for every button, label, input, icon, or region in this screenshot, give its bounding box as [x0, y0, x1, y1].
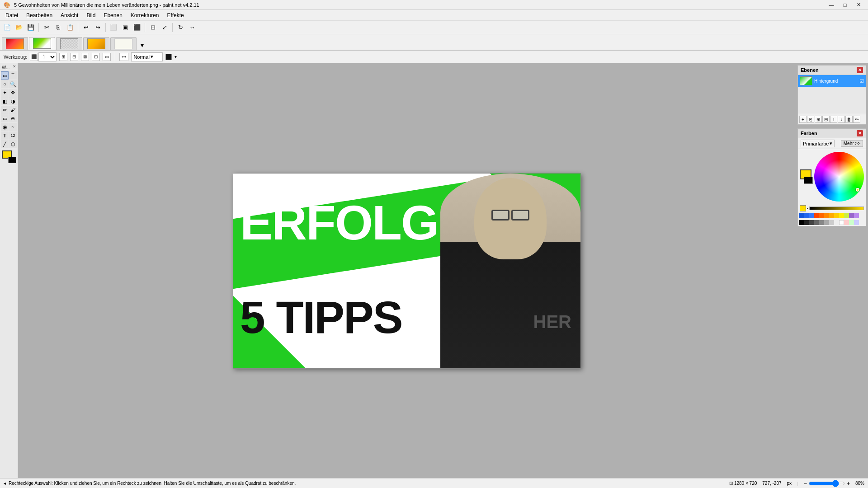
gradient-tool[interactable]: ◑ — [9, 97, 17, 105]
palette-swatch-14[interactable] — [804, 220, 809, 225]
palette-swatch-10[interactable] — [844, 213, 849, 218]
palette-swatch-20[interactable] — [834, 220, 839, 225]
tab-3[interactable] — [56, 37, 82, 50]
magic-wand-tool[interactable]: ✦ — [1, 89, 9, 97]
palette-swatch-2[interactable] — [804, 213, 809, 218]
eraser-tool[interactable]: ▭ — [1, 114, 9, 122]
palette-swatch-5[interactable] — [819, 213, 824, 218]
color-wheel[interactable] — [814, 152, 864, 202]
open-button[interactable]: 📂 — [14, 22, 24, 33]
close-button[interactable]: ✕ — [853, 1, 864, 9]
zoom-out-button[interactable]: − — [804, 480, 807, 487]
tab-2[interactable] — [29, 37, 55, 50]
undo-button[interactable]: ↩ — [80, 22, 91, 33]
color-wheel-disc[interactable] — [814, 152, 864, 202]
tab-4[interactable] — [83, 37, 109, 50]
palette-swatch-21[interactable] — [839, 220, 844, 225]
rotate-button[interactable]: ↻ — [175, 22, 186, 33]
select-all-button[interactable]: ▣ — [120, 22, 131, 33]
palette-swatch-19[interactable] — [829, 220, 834, 225]
layer-down-button[interactable]: ↓ — [838, 116, 845, 123]
color-picker-small[interactable]: ▾ — [175, 54, 177, 59]
layer-item-background[interactable]: Hintergrund ☑ — [798, 75, 866, 87]
minimize-button[interactable]: — — [826, 1, 837, 9]
palette-swatch-23[interactable] — [849, 220, 854, 225]
menu-effekte[interactable]: Effekte — [164, 10, 188, 20]
selection-rect-tool[interactable]: ▭ — [1, 71, 9, 80]
current-color-small[interactable] — [800, 205, 806, 211]
zoom-slider[interactable] — [809, 480, 845, 487]
add-mode-btn[interactable]: ⊞ — [59, 53, 67, 61]
pencil-tool[interactable]: ✏ — [1, 106, 9, 114]
palette-swatch-3[interactable] — [809, 213, 814, 218]
redo-button[interactable]: ↪ — [92, 22, 103, 33]
recolor-tool[interactable]: ◉ — [1, 123, 9, 131]
layer-visibility-check[interactable]: ☑ — [859, 78, 864, 84]
clone-stamp-tool[interactable]: ⊕ — [9, 114, 17, 122]
cut-button[interactable]: ✂ — [41, 22, 52, 33]
palette-swatch-13[interactable] — [799, 220, 804, 225]
menu-datei[interactable]: Datei — [2, 10, 22, 20]
palette-swatch-16[interactable] — [814, 220, 819, 225]
layer-delete-button[interactable]: 🗑 — [845, 116, 853, 123]
lasso-tool[interactable]: ⌒ — [9, 71, 17, 80]
save-button[interactable]: 💾 — [25, 22, 36, 33]
canvas-area[interactable]: ERFOLG 5 TIPPS HER — [18, 63, 796, 478]
copy-button[interactable]: ⎘ — [53, 22, 64, 33]
layer-copy-button[interactable]: ⎘ — [807, 116, 814, 123]
scroll-left-arrow[interactable]: ◂ — [4, 481, 6, 486]
intersect-mode-btn[interactable]: ⊠ — [81, 53, 89, 61]
palette-swatch-12[interactable] — [854, 213, 859, 218]
toolbox-close-button[interactable]: ✕ — [12, 64, 17, 69]
colors-panel-close-button[interactable]: ✕ — [857, 130, 863, 136]
paste-button[interactable]: 📋 — [65, 22, 75, 33]
line-tool[interactable]: ╱ — [1, 140, 9, 148]
ellipse-select-tool[interactable]: ○ — [1, 80, 9, 88]
palette-swatch-17[interactable] — [819, 220, 824, 225]
palette-swatch-24[interactable] — [854, 220, 859, 225]
deselect-button[interactable]: ⬜ — [108, 22, 119, 33]
zoom-in-button[interactable]: + — [847, 480, 850, 487]
layer-up-button[interactable]: ↑ — [830, 116, 837, 123]
palette-swatch-4[interactable] — [814, 213, 819, 218]
tab-5[interactable] — [110, 37, 137, 50]
invert-sel-button[interactable]: ⬛ — [132, 22, 142, 33]
secondary-color-swatch[interactable] — [8, 157, 16, 163]
tab-dropdown-button[interactable]: ▾ — [137, 41, 146, 50]
brush-tool[interactable]: 🖌 — [9, 106, 17, 114]
menu-ansicht[interactable]: Ansicht — [57, 10, 82, 20]
menu-bild[interactable]: Bild — [83, 10, 99, 20]
antialias-btn[interactable]: ⊶ — [119, 53, 128, 61]
secondary-color-large-swatch[interactable] — [804, 177, 813, 184]
layer-flatten-button[interactable]: ⊟ — [822, 116, 830, 123]
palette-swatch-22[interactable] — [844, 220, 849, 225]
tab-1[interactable] — [2, 37, 28, 50]
maximize-button[interactable]: □ — [839, 1, 851, 9]
opacity-bar[interactable] — [809, 206, 864, 210]
primary-farbe-dropdown[interactable]: Primärfarbe ▾ — [801, 140, 835, 147]
color-wheel-cursor[interactable] — [856, 188, 859, 192]
move-select-tool[interactable]: ✥ — [9, 89, 17, 97]
paint-bucket-tool[interactable]: ◧ — [1, 97, 9, 105]
mehr-button[interactable]: Mehr >> — [841, 140, 863, 147]
invert-mode-btn[interactable]: ⊡ — [92, 53, 100, 61]
text-tool[interactable]: T — [1, 131, 9, 140]
layer-properties-button[interactable]: ✏ — [853, 116, 860, 123]
layer-add-button[interactable]: + — [799, 116, 807, 123]
palette-swatch-18[interactable] — [824, 220, 829, 225]
subtract-mode-btn[interactable]: ⊟ — [70, 53, 78, 61]
resize-button[interactable]: ⤢ — [159, 22, 170, 33]
zoom-tool[interactable]: 🔍 — [9, 80, 17, 88]
menu-ebenen[interactable]: Ebenen — [100, 10, 126, 20]
layers-panel-close-button[interactable]: ✕ — [857, 67, 863, 73]
palette-swatch-11[interactable] — [849, 213, 854, 218]
crop-button[interactable]: ⊡ — [147, 22, 158, 33]
number-tool[interactable]: 12 — [9, 131, 17, 140]
layer-merge-button[interactable]: ⊞ — [815, 116, 822, 123]
palette-swatch-7[interactable] — [829, 213, 834, 218]
smudge-tool[interactable]: ~ — [9, 123, 17, 131]
menu-korrekturen[interactable]: Korrekturen — [127, 10, 163, 20]
blend-mode-dropdown[interactable]: Normal ▾ — [131, 52, 163, 61]
tool-size-dropdown[interactable]: 123 — [38, 52, 57, 61]
new-button[interactable]: 📄 — [2, 22, 13, 33]
